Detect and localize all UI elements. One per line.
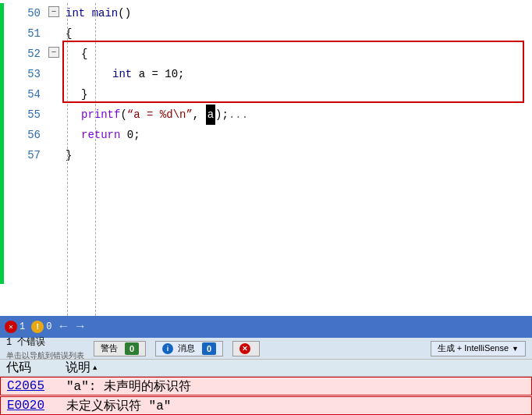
warning-count-badge: 0: [125, 342, 139, 355]
error-badge: ✕ 1: [5, 321, 25, 333]
warning-btn[interactable]: 警告 0: [94, 341, 146, 356]
line-num-56: 56: [4, 125, 41, 145]
brace-close-57: }: [66, 145, 72, 165]
code-lines[interactable]: int main() { { int a = 10; } printf(“a =…: [61, 0, 532, 316]
sort-arrow: ▲: [93, 364, 97, 372]
error-panel: 1 个错误 单击以导航到错误列表 警告 0 i 消息 0 ✕ 生成 + Inte…: [0, 338, 532, 415]
error-panel-header: 1 个错误 单击以导航到错误列表 警告 0 i 消息 0 ✕ 生成 + Inte…: [0, 338, 532, 360]
fn-main: main: [92, 3, 119, 23]
error-icon: ✕: [5, 321, 17, 333]
error-summary: 1 个错误: [6, 335, 84, 349]
error-code-c2065[interactable]: C2065: [1, 379, 63, 393]
line-num-51: 51: [4, 23, 41, 44]
bottom-toolbar: ✕ 1 ! 0 ← →: [0, 316, 532, 338]
code-line-55: printf(“a = %d\n”, a);...: [66, 105, 532, 125]
message-btn-label: 消息: [178, 342, 195, 354]
error-row-c2065[interactable]: C2065 "a": 未声明的标识符: [0, 377, 532, 395]
col-code-label: 代码: [6, 361, 31, 375]
error-count: 1: [20, 321, 25, 332]
error-row-e0020[interactable]: E0020 未定义标识符 "a": [0, 396, 532, 415]
line-num-54: 54: [4, 84, 41, 105]
table-header: 代码 说明 ▲: [0, 360, 532, 377]
code-line-54: }: [66, 84, 532, 105]
error-desc-c2065: "a": 未声明的标识符: [63, 378, 531, 395]
var-a-highlighted: a: [206, 105, 215, 125]
line-num-55: 55: [4, 105, 41, 125]
nav-next-button[interactable]: →: [75, 320, 86, 334]
string-literal: “a = %d\n”: [127, 105, 193, 125]
fold-gutter: − −: [47, 0, 61, 281]
line-num-53: 53: [4, 64, 41, 84]
fold-btn-52[interactable]: −: [48, 47, 59, 58]
nav-prev-button[interactable]: ←: [58, 320, 69, 334]
code-line-52: {: [66, 44, 532, 64]
warning-btn-label: 警告: [101, 342, 118, 354]
code-container: 50 51 52 53 54 55 56 57 − − int main(): [0, 0, 532, 316]
build-dropdown-arrow: ▼: [512, 345, 519, 353]
warning-icon: !: [31, 321, 44, 333]
line-num-57: 57: [4, 145, 41, 165]
build-btn-label: 生成 + IntelliSense: [438, 342, 509, 354]
fold-btn-50[interactable]: −: [48, 6, 59, 17]
code-line-57: }: [66, 145, 532, 165]
punct-50: (): [118, 3, 131, 23]
col-code-header[interactable]: 代码: [0, 360, 62, 376]
message-btn[interactable]: i 消息 0: [155, 341, 223, 356]
x-filter-icon: ✕: [239, 343, 250, 354]
code-line-50: int main(): [66, 3, 532, 23]
code-line-51: {: [66, 23, 532, 44]
brace-open-51: {: [66, 23, 72, 44]
code-line-53: int a = 10;: [66, 64, 532, 84]
line-num-50: 50: [4, 3, 41, 23]
printf-fn: printf: [81, 105, 120, 125]
editor-area: 50 51 52 53 54 55 56 57 − − int main(): [0, 0, 532, 316]
keyword-return: return: [81, 125, 120, 145]
info-icon: i: [162, 343, 173, 354]
var-a: a: [139, 64, 145, 84]
line-num-52: 52: [4, 44, 41, 64]
message-count-badge: 0: [202, 342, 216, 355]
build-btn[interactable]: 生成 + IntelliSense ▼: [431, 341, 526, 356]
warning-count: 0: [46, 321, 51, 332]
brace-open-52: {: [81, 44, 87, 64]
warning-badge: ! 0: [31, 321, 51, 333]
error-desc-e0020: 未定义标识符 "a": [63, 398, 531, 414]
error-code-e0020[interactable]: E0020: [1, 399, 63, 413]
keyword-int-50: int: [66, 3, 85, 23]
col-desc-header[interactable]: 说明 ▲: [62, 360, 532, 376]
col-desc-label: 说明: [66, 360, 90, 376]
line-numbers: 50 51 52 53 54 55 56 57: [4, 0, 47, 316]
brace-close-54: }: [81, 84, 87, 105]
keyword-int-53: int: [112, 64, 132, 84]
code-line-56: return 0;: [66, 125, 532, 145]
build-filter-btn[interactable]: ✕: [232, 341, 260, 356]
